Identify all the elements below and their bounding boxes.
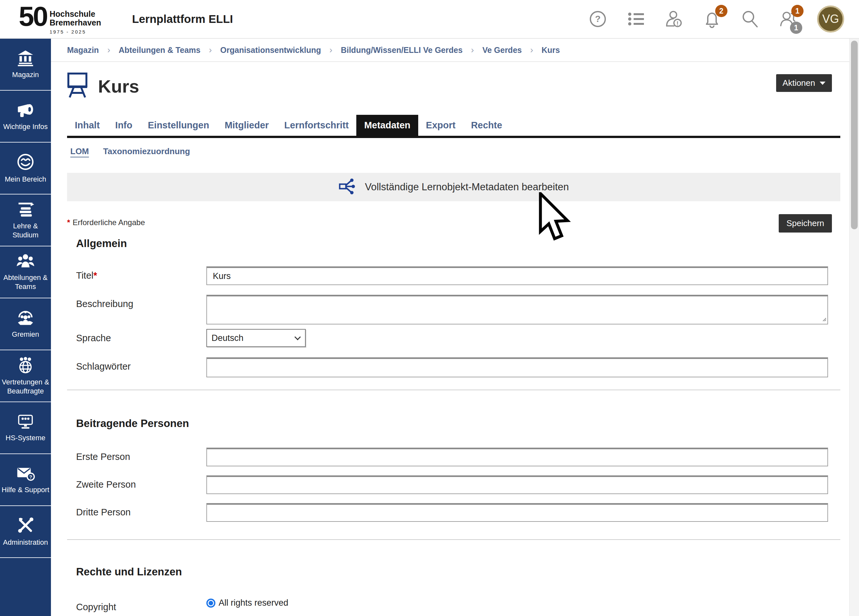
beschreibung-textarea[interactable] <box>206 295 828 324</box>
field-label-titel: Titel* <box>76 266 206 281</box>
subtab-taxonomiezuordnung[interactable]: Taxonomiezuordnung <box>103 146 190 158</box>
field-row-erste-person: Erste Person <box>51 448 849 466</box>
contacts-icon[interactable]: 1 1 <box>779 10 797 28</box>
titel-input[interactable] <box>206 266 828 285</box>
page-title: Kurs <box>98 76 139 97</box>
bell-badge: 2 <box>715 5 728 17</box>
form-header-row: *Erforderliche Angabe Speichern <box>51 218 849 234</box>
actions-button[interactable]: Aktionen <box>776 74 832 92</box>
sidebar-item-vertretungen-beauftragte[interactable]: Vertretungen & Beauftragte <box>0 350 51 402</box>
sidebar-item-gremien[interactable]: Gremien <box>0 298 51 350</box>
chevron-down-icon <box>294 334 301 340</box>
bell-icon[interactable]: 2 <box>703 10 721 28</box>
main-content: Magazin › Abteilungen & Teams › Organisa… <box>51 39 849 616</box>
books-icon <box>16 201 35 218</box>
tab-bar: Inhalt Info Einstellungen Mitglieder Ler… <box>67 115 840 138</box>
monitor-icon <box>16 413 34 430</box>
sidebar-item-label: Gremien <box>11 330 40 339</box>
erste-person-input[interactable] <box>206 448 828 466</box>
logo-name-line2: Bremerhaven <box>50 19 101 27</box>
list-icon[interactable] <box>627 10 645 28</box>
field-row-titel: Titel* <box>51 266 849 285</box>
chevron-right-icon: › <box>209 45 212 55</box>
sidebar-item-label: Wichtige Infos <box>2 122 49 131</box>
banner-label: Vollständige Lernobjekt-Metadaten bearbe… <box>365 181 569 193</box>
sidebar-item-administration[interactable]: Administration <box>0 506 51 558</box>
breadcrumb-item-ve-gerdes[interactable]: Ve Gerdes <box>483 45 522 55</box>
sidebar-item-label: Abteilungen & Teams <box>0 273 51 291</box>
chevron-right-icon: › <box>108 45 110 55</box>
save-button[interactable]: Speichern <box>779 214 832 233</box>
logo-years: 1975 - 2025 <box>50 29 101 34</box>
sidebar-item-lehre-studium[interactable]: Lehre & Studium <box>0 194 51 246</box>
help-icon[interactable]: ? <box>589 10 607 28</box>
tools-icon <box>17 517 34 534</box>
app-title: Lernplattform ELLI <box>132 13 233 25</box>
sidebar-item-mein-bereich[interactable]: Mein Bereich <box>0 142 51 194</box>
sidebar-item-abteilungen-teams[interactable]: Abteilungen & Teams <box>0 246 51 298</box>
field-label-beschreibung: Beschreibung <box>76 295 206 309</box>
zweite-person-input[interactable] <box>206 475 828 494</box>
logo-name-line1: Hochschule <box>50 10 101 19</box>
field-label-zweite-person: Zweite Person <box>76 475 206 490</box>
user-status-icon[interactable]: ! <box>665 10 683 28</box>
committee-icon <box>16 309 35 326</box>
svg-text:!: ! <box>676 20 678 27</box>
copyright-radio[interactable] <box>206 599 216 608</box>
sidebar-item-hilfe-support[interactable]: ? Hilfe & Support <box>0 454 51 506</box>
field-row-beschreibung: Beschreibung <box>51 295 849 324</box>
vertical-scrollbar[interactable] <box>849 39 859 616</box>
sidebar-item-label: Lehre & Studium <box>0 222 51 239</box>
breadcrumb-item-bildung-wissen[interactable]: Bildung/Wissen/ELLI Ve Gerdes <box>341 45 463 55</box>
tab-lernfortschritt[interactable]: Lernfortschritt <box>276 115 357 136</box>
field-label-dritte-person: Dritte Person <box>76 503 206 518</box>
smiley-icon <box>16 153 34 171</box>
section-divider <box>67 389 840 390</box>
subtab-bar: LOM Taxonomiezuordnung <box>70 146 849 158</box>
subtab-lom[interactable]: LOM <box>70 146 89 158</box>
edit-full-metadata-banner[interactable]: Vollständige Lernobjekt-Metadaten bearbe… <box>67 173 840 201</box>
people-group-icon <box>16 253 35 269</box>
chevron-right-icon: › <box>330 45 333 55</box>
breadcrumb-item-magazin[interactable]: Magazin <box>67 45 99 55</box>
field-row-sprache: Sprache Deutsch <box>51 329 849 347</box>
required-hint: Erforderliche Angabe <box>73 218 145 227</box>
contacts-badge-top: 1 <box>791 5 804 17</box>
globe-people-icon <box>16 356 34 374</box>
sidebar-item-wichtige-infos[interactable]: Wichtige Infos <box>0 91 51 142</box>
sidebar-item-label: Magazin <box>11 70 40 79</box>
tab-export[interactable]: Export <box>418 115 463 136</box>
tab-mitglieder[interactable]: Mitglieder <box>217 115 276 136</box>
tab-einstellungen[interactable]: Einstellungen <box>140 115 217 136</box>
field-label-schlagwoerter: Schlagwörter <box>76 357 206 372</box>
dritte-person-input[interactable] <box>206 503 828 522</box>
schlagwoerter-input[interactable] <box>206 357 828 377</box>
breadcrumb-item-organisationsentwicklung[interactable]: Organisationsentwicklung <box>220 45 321 55</box>
tab-inhalt[interactable]: Inhalt <box>67 115 108 136</box>
tab-metadaten[interactable]: Metadaten <box>356 115 418 136</box>
section-heading-rechte: Rechte und Lizenzen <box>76 566 849 578</box>
metadata-hub-icon <box>339 178 357 196</box>
breadcrumb-item-abteilungen[interactable]: Abteilungen & Teams <box>119 45 201 55</box>
avatar[interactable]: VG <box>817 5 844 33</box>
field-label-sprache: Sprache <box>76 329 206 344</box>
sidebar-filler <box>0 558 51 616</box>
tab-info[interactable]: Info <box>108 115 140 136</box>
breadcrumb-item-kurs[interactable]: Kurs <box>542 45 560 55</box>
svg-text:?: ? <box>595 14 600 24</box>
megaphone-icon <box>16 102 35 118</box>
svg-text:?: ? <box>29 474 32 480</box>
field-label-copyright: Copyright <box>76 598 206 613</box>
copyright-radio-label: All rights reserved <box>219 598 288 608</box>
sprache-select[interactable]: Deutsch <box>206 329 306 347</box>
sidebar-item-magazin[interactable]: Magazin <box>0 39 51 91</box>
scrollbar-thumb[interactable] <box>851 41 858 229</box>
tab-rechte[interactable]: Rechte <box>463 115 510 136</box>
search-icon[interactable] <box>741 10 759 28</box>
course-board-icon <box>67 72 88 100</box>
hochschule-bremerhaven-logo[interactable]: 50 Hochschule Bremerhaven 1975 - 2025 <box>19 4 101 34</box>
breadcrumb: Magazin › Abteilungen & Teams › Organisa… <box>51 39 849 62</box>
contacts-badge-bottom: 1 <box>790 22 802 34</box>
resize-grip-icon[interactable] <box>822 317 826 322</box>
sidebar-item-hs-systeme[interactable]: HS-Systeme <box>0 402 51 454</box>
